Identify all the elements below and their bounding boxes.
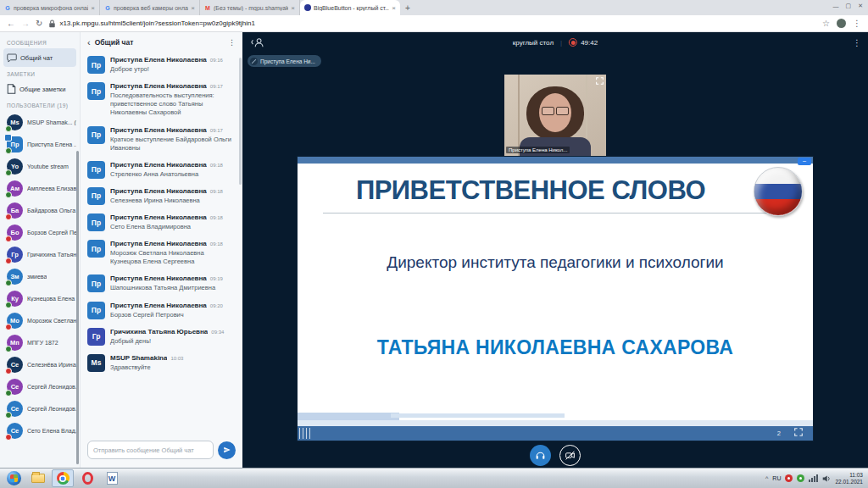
- user-list-item[interactable]: Се Сето Елена Влад...: [0, 419, 80, 441]
- speaker-icon[interactable]: [822, 474, 831, 483]
- user-avatar: Ба: [7, 202, 23, 219]
- sidebar-item-shared-notes[interactable]: Общие заметки: [3, 80, 76, 98]
- user-status-badge-icon: [5, 125, 12, 132]
- browser-menu-kebab-icon[interactable]: ⋮: [853, 19, 861, 28]
- webcam-share-button[interactable]: [559, 445, 581, 466]
- send-message-button[interactable]: [218, 441, 236, 459]
- user-list-item[interactable]: Зм змиева: [0, 265, 80, 287]
- tray-expand-icon[interactable]: ^: [765, 475, 768, 481]
- presentation-fullscreen-icon[interactable]: [794, 428, 803, 436]
- minimize-presentation-button[interactable]: –: [798, 158, 811, 165]
- message-time: 09:19: [210, 276, 223, 281]
- user-name: Байдарова Ольга ...: [27, 208, 76, 214]
- message-avatar: Пр: [87, 214, 105, 231]
- audio-join-button[interactable]: [530, 445, 551, 466]
- message-time: 09:17: [210, 84, 223, 89]
- message-avatar: Пр: [87, 56, 105, 74]
- tab-favicon-icon: [204, 4, 211, 11]
- chat-message: Пр Приступа Елена Николаевна 09:17 После…: [87, 82, 236, 117]
- tray-green-app-icon[interactable]: [797, 474, 804, 482]
- message-author: Приступа Елена Николаевна: [110, 302, 207, 309]
- user-list-item[interactable]: Се Сергей Леонидов...: [0, 397, 80, 419]
- user-name: Амплеева Елизав...: [27, 186, 76, 191]
- chat-options-kebab-icon[interactable]: ⋮: [228, 38, 236, 47]
- user-status-badge-icon: [5, 214, 12, 220]
- user-avatar-initials: Yo: [11, 163, 19, 170]
- chrome-icon: [57, 472, 70, 485]
- chrome-taskbar-button[interactable]: [52, 469, 74, 487]
- browser-tab[interactable]: (Без темы) - mgpu.shamyakina@ ×: [200, 0, 300, 15]
- user-list-item[interactable]: Yo Youtube stream: [0, 155, 80, 177]
- browser-tab[interactable]: BigBlueButton - круглый ст... ×: [300, 0, 400, 15]
- user-status-badge-icon: [5, 324, 12, 330]
- user-list-item[interactable]: Се Селезнёва Ирина...: [0, 353, 80, 375]
- message-head: Гричихина Татьяна Юрьевна 09:34: [110, 328, 236, 336]
- webcam-expand-icon[interactable]: [596, 77, 604, 85]
- active-talker-pill[interactable]: Приступа Елена Ни...: [248, 55, 321, 67]
- message-text: Борзов Сергей Петрович: [110, 311, 236, 319]
- window-restore-button[interactable]: ▢: [846, 3, 852, 9]
- chat-back-icon[interactable]: ‹: [87, 37, 91, 47]
- user-name: змиева: [27, 274, 47, 280]
- new-tab-button[interactable]: +: [400, 0, 415, 15]
- bookmark-star-icon[interactable]: ☆: [822, 19, 830, 28]
- start-button[interactable]: [3, 469, 25, 487]
- message-avatar: Ms: [87, 354, 105, 372]
- user-list-item[interactable]: Ms MSUP Shamak... (Вы): [0, 111, 80, 133]
- users-scrollbar[interactable]: [76, 151, 79, 464]
- message-avatar: Пр: [87, 82, 105, 100]
- user-list-item[interactable]: Мо Морозюк Светлан...: [0, 309, 80, 331]
- network-signal-icon[interactable]: [809, 474, 818, 482]
- chat-message-input[interactable]: [87, 441, 214, 459]
- user-list-item[interactable]: Гр Гричихина Татьян...: [0, 243, 80, 265]
- url-box[interactable]: x13.pk.mpgu.su/html5client/join?sessionT…: [48, 19, 816, 28]
- word-taskbar-button[interactable]: W: [101, 469, 123, 487]
- webcam-tile: Приступа Елена Никол...: [504, 75, 606, 156]
- user-name: Приступа Елена ...: [27, 141, 76, 147]
- window-minimize-button[interactable]: —: [833, 3, 839, 9]
- recording-indicator[interactable]: 49:42: [569, 38, 598, 47]
- file-explorer-button[interactable]: [27, 469, 49, 487]
- user-list-item[interactable]: Ам Амплеева Елизав...: [0, 177, 80, 199]
- language-indicator[interactable]: RU: [772, 475, 781, 481]
- user-name: МПГУ 1872: [27, 340, 58, 346]
- url-text[interactable]: x13.pk.mpgu.su/html5client/join?sessionT…: [59, 19, 255, 27]
- sidebar-item-public-chat[interactable]: Общий чат: [3, 48, 76, 67]
- back-icon[interactable]: ←: [7, 19, 15, 28]
- user-list-item[interactable]: Се Сергей Леонидов...: [0, 375, 80, 397]
- user-list-item[interactable]: Ку Кузнецова Елена ...: [0, 287, 80, 309]
- user-list-item[interactable]: Ба Байдарова Ольга ...: [0, 199, 80, 221]
- chat-title: Общий чат: [95, 38, 224, 47]
- russian-flag-icon: [754, 167, 803, 216]
- chat-scrollbar[interactable]: [239, 58, 242, 185]
- tab-close-icon[interactable]: ×: [191, 4, 195, 12]
- forward-icon[interactable]: →: [21, 19, 30, 28]
- opera-taskbar-button[interactable]: [76, 469, 98, 487]
- meeting-options-kebab-icon[interactable]: ⋮: [853, 38, 861, 47]
- browser-profile-avatar[interactable]: [837, 19, 846, 28]
- tab-close-icon[interactable]: ×: [392, 4, 396, 12]
- message-author: Приступа Елена Николаевна: [110, 126, 207, 134]
- user-status-badge-icon: [5, 434, 12, 441]
- user-list-item[interactable]: Бо Борзов Сергей Пе...: [0, 221, 80, 243]
- message-avatar: Пр: [87, 187, 105, 205]
- tray-red-app-icon[interactable]: [785, 474, 793, 482]
- reload-icon[interactable]: ↻: [36, 19, 42, 28]
- slide-footer-bar: 2: [298, 426, 813, 441]
- toggle-userlist-button[interactable]: [251, 37, 264, 48]
- taskbar-clock[interactable]: 11:03 22.01.2021: [835, 472, 863, 485]
- user-name: Борзов Сергей Пе...: [27, 230, 76, 236]
- tab-close-icon[interactable]: ×: [291, 4, 295, 12]
- browser-tab[interactable]: проверка веб камеры онлайн ×: [100, 0, 200, 15]
- window-close-button[interactable]: ✕: [858, 3, 863, 9]
- tab-close-icon[interactable]: ×: [91, 4, 95, 12]
- user-list-item[interactable]: Мп МПГУ 1872: [0, 331, 80, 353]
- browser-tab[interactable]: проверка микрофона онлайн ×: [0, 0, 100, 15]
- message-body: Приступа Елена Николаевна 09:20 Борзов С…: [110, 302, 236, 319]
- user-avatar: Гр: [7, 247, 23, 263]
- user-avatar: Пр: [7, 136, 23, 152]
- screen: проверка микрофона онлайн × проверка веб…: [0, 0, 868, 488]
- user-list-item[interactable]: Пр Приступа Елена ...: [0, 133, 80, 155]
- message-time: 09:16: [210, 58, 223, 63]
- slide-footer-stripes: [299, 428, 311, 439]
